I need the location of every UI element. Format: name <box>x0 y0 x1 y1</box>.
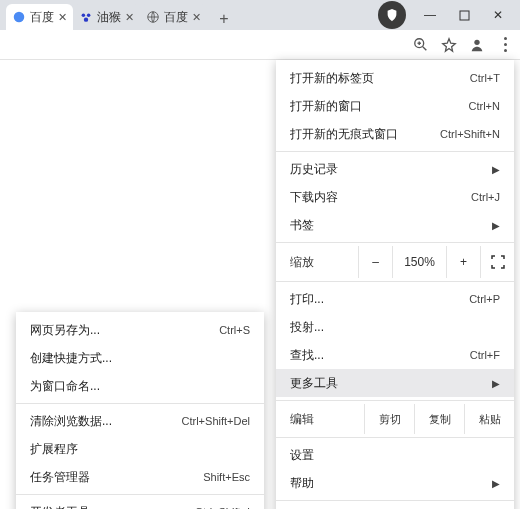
menu-item-edit: 编辑 剪切 复制 粘贴 <box>276 404 514 434</box>
menu-shortcut: Ctrl+Shift+Del <box>182 415 250 427</box>
menu-label: 打开新的标签页 <box>290 70 374 87</box>
tab-title: 油猴 <box>97 9 121 26</box>
browser-tab[interactable]: 百度 ✕ <box>6 4 73 30</box>
menu-item-find[interactable]: 查找... Ctrl+F <box>276 341 514 369</box>
menu-label: 打开新的无痕式窗口 <box>290 126 398 143</box>
submenu-item-name-window[interactable]: 为窗口命名... <box>16 372 264 400</box>
main-menu: 打开新的标签页 Ctrl+T 打开新的窗口 Ctrl+N 打开新的无痕式窗口 C… <box>276 60 514 509</box>
menu-label: 书签 <box>290 217 314 234</box>
zoom-out-button[interactable]: – <box>358 246 392 278</box>
submenu-item-clear-browsing-data[interactable]: 清除浏览数据... Ctrl+Shift+Del <box>16 407 264 435</box>
menu-item-exit[interactable]: 退出 <box>276 504 514 509</box>
menu-shortcut: Shift+Esc <box>203 471 250 483</box>
bookmark-star-icon[interactable] <box>440 36 458 54</box>
menu-separator <box>16 494 264 495</box>
menu-item-bookmarks[interactable]: 书签 ▶ <box>276 211 514 239</box>
menu-item-history[interactable]: 历史记录 ▶ <box>276 155 514 183</box>
menu-label: 更多工具 <box>290 375 338 392</box>
menu-label: 缩放 <box>290 254 358 271</box>
submenu-item-developer-tools[interactable]: 开发者工具 Ctrl+Shift+I <box>16 498 264 509</box>
submenu-item-task-manager[interactable]: 任务管理器 Shift+Esc <box>16 463 264 491</box>
svg-point-0 <box>14 12 25 23</box>
chevron-right-icon: ▶ <box>492 478 500 489</box>
submenu-item-create-shortcut[interactable]: 创建快捷方式... <box>16 344 264 372</box>
menu-item-new-window[interactable]: 打开新的窗口 Ctrl+N <box>276 92 514 120</box>
menu-label: 创建快捷方式... <box>30 350 112 367</box>
close-icon[interactable]: ✕ <box>125 11 134 24</box>
submenu-item-save-as[interactable]: 网页另存为... Ctrl+S <box>16 316 264 344</box>
baidu-icon <box>12 10 26 24</box>
menu-shortcut: Ctrl+T <box>470 72 500 84</box>
svg-rect-5 <box>460 11 469 20</box>
zoom-in-button[interactable]: + <box>446 246 480 278</box>
menu-label: 为窗口命名... <box>30 378 100 395</box>
menu-label: 查找... <box>290 347 324 364</box>
menu-label: 清除浏览数据... <box>30 413 112 430</box>
svg-point-3 <box>84 17 88 21</box>
extension-icon[interactable] <box>378 1 406 29</box>
svg-point-2 <box>87 14 91 18</box>
menu-label: 网页另存为... <box>30 322 100 339</box>
menu-label: 投射... <box>290 319 324 336</box>
menu-separator <box>276 400 514 401</box>
submenu-item-extensions[interactable]: 扩展程序 <box>16 435 264 463</box>
menu-separator <box>276 151 514 152</box>
tab-title: 百度 <box>164 9 188 26</box>
new-tab-button[interactable]: + <box>213 8 235 30</box>
menu-separator <box>16 403 264 404</box>
cut-button[interactable]: 剪切 <box>364 404 414 434</box>
menu-item-cast[interactable]: 投射... <box>276 313 514 341</box>
maximize-button[interactable] <box>448 3 480 27</box>
zoom-icon[interactable] <box>412 36 430 54</box>
menu-label: 下载内容 <box>290 189 338 206</box>
globe-icon <box>146 10 160 24</box>
menu-item-new-incognito[interactable]: 打开新的无痕式窗口 Ctrl+Shift+N <box>276 120 514 148</box>
menu-label: 历史记录 <box>290 161 338 178</box>
menu-item-help[interactable]: 帮助 ▶ <box>276 469 514 497</box>
menu-item-settings[interactable]: 设置 <box>276 441 514 469</box>
fullscreen-button[interactable] <box>480 246 514 278</box>
svg-point-1 <box>82 14 86 18</box>
kebab-menu-icon[interactable] <box>496 36 514 54</box>
paste-button[interactable]: 粘贴 <box>464 404 514 434</box>
menu-separator <box>276 500 514 501</box>
close-icon[interactable]: ✕ <box>192 11 201 24</box>
profile-icon[interactable] <box>468 36 486 54</box>
menu-label: 扩展程序 <box>30 441 78 458</box>
menu-item-downloads[interactable]: 下载内容 Ctrl+J <box>276 183 514 211</box>
chevron-right-icon: ▶ <box>492 164 500 175</box>
browser-tab[interactable]: 油猴 ✕ <box>73 4 140 30</box>
menu-label: 打印... <box>290 291 324 308</box>
baidu-paw-icon <box>79 10 93 24</box>
menu-label: 设置 <box>290 447 314 464</box>
close-icon[interactable]: ✕ <box>58 11 67 24</box>
menu-shortcut: Ctrl+P <box>469 293 500 305</box>
more-tools-submenu: 网页另存为... Ctrl+S 创建快捷方式... 为窗口命名... 清除浏览数… <box>16 312 264 509</box>
menu-label: 任务管理器 <box>30 469 90 486</box>
chevron-right-icon: ▶ <box>492 378 500 389</box>
svg-point-10 <box>474 39 479 44</box>
menu-shortcut: Ctrl+J <box>471 191 500 203</box>
menu-item-print[interactable]: 打印... Ctrl+P <box>276 285 514 313</box>
chevron-right-icon: ▶ <box>492 220 500 231</box>
menu-separator <box>276 242 514 243</box>
browser-tab[interactable]: 百度 ✕ <box>140 4 207 30</box>
menu-shortcut: Ctrl+N <box>469 100 500 112</box>
close-window-button[interactable]: ✕ <box>482 3 514 27</box>
menu-item-more-tools[interactable]: 更多工具 ▶ <box>276 369 514 397</box>
menu-item-zoom: 缩放 – 150% + <box>276 246 514 278</box>
menu-label: 打开新的窗口 <box>290 98 362 115</box>
zoom-level: 150% <box>392 246 446 278</box>
menu-label: 开发者工具 <box>30 504 90 510</box>
copy-button[interactable]: 复制 <box>414 404 464 434</box>
menu-shortcut: Ctrl+F <box>470 349 500 361</box>
tab-title: 百度 <box>30 9 54 26</box>
menu-separator <box>276 437 514 438</box>
svg-line-7 <box>423 46 427 50</box>
menu-item-new-tab[interactable]: 打开新的标签页 Ctrl+T <box>276 64 514 92</box>
minimize-button[interactable]: — <box>414 3 446 27</box>
menu-shortcut: Ctrl+S <box>219 324 250 336</box>
menu-label: 编辑 <box>290 411 364 428</box>
menu-shortcut: Ctrl+Shift+N <box>440 128 500 140</box>
menu-separator <box>276 281 514 282</box>
